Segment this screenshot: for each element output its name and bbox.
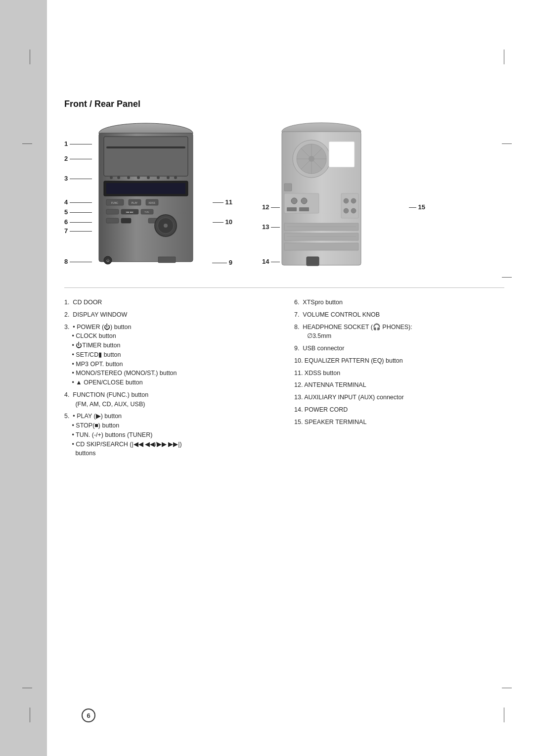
desc-item-6: 6. XTSpro button [294,298,504,307]
svg-rect-20 [106,209,119,214]
svg-rect-54 [284,223,358,231]
svg-rect-60 [284,184,292,191]
callout-6: 6 [64,218,92,226]
callout-15: 15 [409,203,425,211]
desc-item-10: 10. EQUALIZER PATTERN (EQ) button [294,356,504,366]
callout-5: 5 [64,208,92,216]
svg-rect-43 [329,142,355,167]
callout-7: 7 [64,227,92,235]
svg-point-52 [344,208,349,213]
svg-point-10 [147,176,150,179]
callout-2: 2 [64,155,92,162]
svg-point-6 [110,176,113,179]
page-mark [22,143,32,144]
svg-rect-55 [284,233,358,240]
right-description-column: 6. XTSpro button 7. VOLUME CONTROL KNOB … [294,298,504,461]
svg-point-7 [117,176,120,179]
callout-4: 4 [64,198,92,206]
page-mark [30,49,30,64]
svg-point-8 [127,176,130,179]
svg-rect-2 [104,137,188,176]
svg-rect-33 [158,257,176,263]
svg-rect-47 [287,207,297,211]
svg-rect-59 [307,257,319,266]
svg-rect-5 [106,183,185,194]
svg-text:XDSS: XDSS [148,201,155,204]
desc-item-7: 7. VOLUME CONTROL KNOB [294,310,504,320]
page-mark [504,708,504,722]
page-mark [504,49,504,64]
desc-item-9: 9. USB connector [294,344,504,353]
page-mark [502,688,512,688]
svg-point-51 [351,198,356,203]
main-content: Front / Rear Panel [64,99,504,461]
callout-12: 12 [262,203,280,211]
svg-point-45 [291,198,297,204]
rear-panel-diagram: 12 13 14 15 [262,119,425,273]
svg-point-42 [309,156,314,162]
desc-item-4: 4. FUNCTION (FUNC.) button (FM, AM, CD, … [64,390,274,409]
section-title: Front / Rear Panel [64,99,504,109]
svg-point-50 [344,198,349,203]
svg-point-46 [301,198,307,204]
svg-rect-25 [106,218,119,223]
left-sidebar-strip [0,0,47,756]
desc-item-11: 11. XDSS button [294,369,504,378]
svg-rect-48 [299,207,309,211]
svg-rect-56 [284,243,358,250]
desc-item-8: 8. HEADPHONE SOCKET (🎧 PHONES): ∅3.5mm [294,323,504,341]
callout-3: 3 [64,175,92,182]
page-mark [30,708,30,722]
svg-point-9 [137,176,140,179]
front-panel-svg: FUNC PLAY XDSS |◀◀ ▶▶| TUN. [89,119,203,273]
callout-14: 14 [262,258,280,265]
callout-11: 11 [213,198,232,206]
svg-point-53 [351,208,356,213]
svg-point-13 [174,176,177,179]
desc-item-2: 2. DISPLAY WINDOW [64,310,274,320]
callout-1: 1 [64,140,92,147]
svg-rect-3 [106,146,185,148]
callout-8: 8 [64,258,92,265]
page-mark [22,688,32,688]
left-description-column: 1. CD DOOR 2. DISPLAY WINDOW 3. • POWER … [64,298,274,461]
desc-item-14: 14. POWER CORD [294,405,504,415]
svg-point-12 [167,176,170,179]
svg-text:|◀◀  ▶▶|: |◀◀ ▶▶| [126,211,133,213]
svg-point-11 [157,176,160,179]
front-panel-diagram: FUNC PLAY XDSS |◀◀ ▶▶| TUN. [64,119,232,273]
diagram-area: FUNC PLAY XDSS |◀◀ ▶▶| TUN. [64,119,504,273]
callout-9: 9 [212,259,232,266]
description-lists: 1. CD DOOR 2. DISPLAY WINDOW 3. • POWER … [64,298,504,461]
svg-text:FUNC: FUNC [111,201,118,204]
page-number: 6 [82,709,95,722]
desc-item-12: 12. ANTENNA TERMINAL [294,380,504,390]
desc-item-13: 13. AUXILIARY INPUT (AUX) connector [294,393,504,402]
svg-text:TUN.: TUN. [144,211,149,213]
rear-panel-svg [272,119,371,273]
svg-rect-26 [121,218,131,223]
svg-text:⏻: ⏻ [106,259,110,262]
callout-13: 13 [262,223,280,231]
callout-10: 10 [213,218,232,226]
section-divider [64,287,504,288]
svg-rect-49 [341,193,358,218]
desc-item-5: 5. • PLAY (▶) button • STOP(■) button • … [64,412,274,458]
desc-item-15: 15. SPEAKER TERMINAL [294,418,504,427]
desc-item-1: 1. CD DOOR [64,298,274,307]
desc-item-3: 3. • POWER (⏻) button • CLOCK button • ⏻… [64,323,274,387]
svg-text:PLAY: PLAY [132,201,138,204]
svg-point-30 [164,224,168,228]
